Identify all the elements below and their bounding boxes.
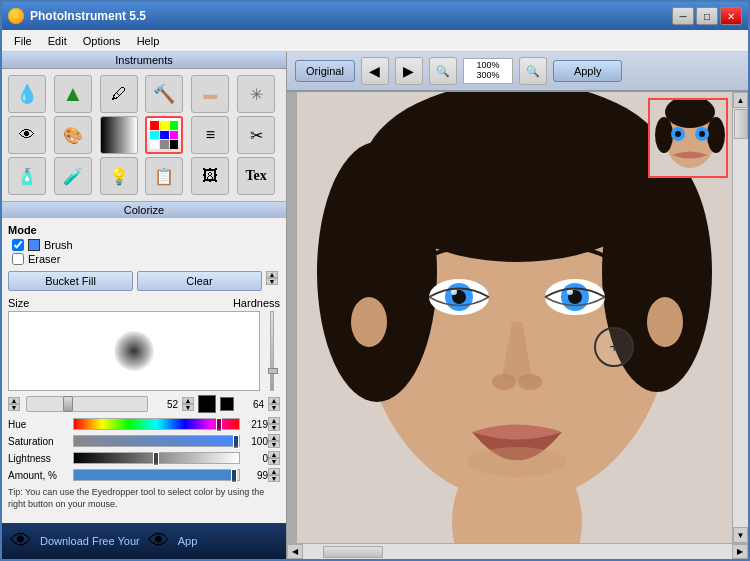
hard-spin-down[interactable]: ▼ (268, 404, 280, 411)
scroll-right-arrow[interactable]: ▶ (732, 544, 748, 559)
size-down-btn[interactable]: ▼ (8, 404, 20, 411)
menu-file[interactable]: File (6, 33, 40, 49)
clear-button[interactable]: Clear (137, 271, 262, 291)
zoom-value: 100%300% (476, 61, 499, 81)
color-swatch-small[interactable] (220, 397, 234, 411)
saturation-value: 100 (242, 436, 268, 447)
hardness-thumb (268, 368, 278, 374)
apply-button[interactable]: Apply (553, 60, 623, 82)
photo-tool[interactable]: 🖼 (191, 157, 229, 195)
hue-row: Hue 219 ▲ ▼ (8, 417, 280, 431)
mode-section: Mode Brush Eraser (8, 224, 280, 265)
hardness-slider[interactable] (270, 311, 274, 391)
eraser-option: Eraser (12, 253, 280, 265)
pencil-tool[interactable]: 🖊 (100, 75, 138, 113)
color-wheel-tool[interactable]: 🎨 (54, 116, 92, 154)
menu-help[interactable]: Help (129, 33, 168, 49)
back-button[interactable]: ◀ (361, 57, 389, 85)
amount-up[interactable]: ▲ (268, 468, 280, 475)
menu-options[interactable]: Options (75, 33, 129, 49)
right-panel: Original ◀ ▶ 🔍 100%300% 🔍 Apply (287, 52, 748, 559)
gradient-tool[interactable] (100, 116, 138, 154)
banner-eye-left: 👁 (10, 528, 32, 554)
zoom-out-button[interactable]: 🔍 (429, 57, 457, 85)
hard-spin-up[interactable]: ▲ (268, 397, 280, 404)
svg-point-28 (699, 131, 705, 137)
sat-up[interactable]: ▲ (268, 434, 280, 441)
text-tool[interactable]: Tex (237, 157, 275, 195)
saturation-row: Saturation 100 ▲ ▼ (8, 434, 280, 448)
light-up[interactable]: ▲ (268, 451, 280, 458)
band-tool[interactable]: ▬ (191, 75, 229, 113)
hue-slider[interactable] (73, 418, 240, 430)
svg-point-23 (655, 117, 673, 153)
lines-tool[interactable]: ≡ (191, 116, 229, 154)
cone-tool[interactable]: ▲ (54, 75, 92, 113)
size-spin-up[interactable]: ▲ (182, 397, 194, 404)
scroll-down-arrow[interactable]: ▼ (733, 527, 748, 543)
patch-tool[interactable]: 📋 (145, 157, 183, 195)
title-bar-left: PhotoInstrument 5.5 (8, 8, 146, 24)
amount-thumb (231, 469, 237, 483)
original-button[interactable]: Original (295, 60, 355, 82)
star-tool[interactable]: ✳ (237, 75, 275, 113)
sat-down[interactable]: ▼ (268, 441, 280, 448)
hue-up[interactable]: ▲ (268, 417, 280, 424)
brush-label: Brush (44, 239, 73, 251)
hardness-value: 64 (238, 399, 264, 410)
lightness-value: 0 (242, 453, 268, 464)
canvas-area[interactable]: + (287, 92, 732, 543)
minimize-button[interactable]: ─ (672, 7, 694, 25)
maximize-button[interactable]: □ (696, 7, 718, 25)
hue-down[interactable]: ▼ (268, 424, 280, 431)
amount-value: 99 (242, 470, 268, 481)
scroll-thumb-vertical[interactable] (734, 109, 748, 139)
close-button[interactable]: ✕ (720, 7, 742, 25)
scroll-up-arrow[interactable]: ▲ (733, 92, 748, 108)
amount-label: Amount, % (8, 470, 73, 481)
stamp-tool[interactable]: 🔨 (145, 75, 183, 113)
color-grid-tool[interactable] (145, 116, 183, 154)
svg-point-19 (467, 447, 567, 477)
menu-edit[interactable]: Edit (40, 33, 75, 49)
banner-eye-right: 👁 (148, 528, 170, 554)
main-content: Instruments 💧 ▲ 🖊 🔨 ▬ ✳ 👁 🎨 (2, 52, 748, 559)
svg-point-6 (397, 92, 637, 197)
light-thumb (153, 452, 159, 466)
size-up-btn[interactable]: ▲ (8, 397, 20, 404)
saturation-slider[interactable] (73, 435, 240, 447)
hue-thumb (216, 418, 222, 432)
lightness-slider[interactable] (73, 452, 240, 464)
scroll-track-vertical (733, 108, 748, 527)
brush-checkbox[interactable] (12, 239, 24, 251)
eye-tool[interactable]: 👁 (8, 116, 46, 154)
scroll-down-btn[interactable]: ▼ (266, 278, 278, 285)
light-down[interactable]: ▼ (268, 458, 280, 465)
scroll-left-arrow[interactable]: ◀ (287, 544, 303, 559)
brush-option: Brush (12, 239, 280, 251)
menu-bar: File Edit Options Help (2, 30, 748, 52)
mode-label: Mode (8, 224, 280, 236)
bucket-fill-button[interactable]: Bucket Fill (8, 271, 133, 291)
size-spin-down[interactable]: ▼ (182, 404, 194, 411)
tube-tool[interactable]: 🧴 (8, 157, 46, 195)
amount-slider[interactable] (73, 469, 240, 481)
forward-button[interactable]: ▶ (395, 57, 423, 85)
scroll-track-horizontal (303, 544, 732, 559)
zoom-select[interactable]: 100%300% (463, 58, 513, 84)
scroll-thumb-horizontal[interactable] (323, 546, 383, 558)
main-window: PhotoInstrument 5.5 ─ □ ✕ File Edit Opti… (0, 0, 750, 561)
amount-down[interactable]: ▼ (268, 475, 280, 482)
scroll-up-btn[interactable]: ▲ (266, 271, 278, 278)
scissors-tool[interactable]: ✂ (237, 116, 275, 154)
bottom-banner: 👁 Download Free Your 👁 App (2, 523, 286, 559)
drop-tool[interactable]: 💧 (8, 75, 46, 113)
tip-text: Tip: You can use the Eyedropper tool to … (8, 485, 280, 512)
bulb-tool[interactable]: 💡 (100, 157, 138, 195)
eraser-label: Eraser (28, 253, 60, 265)
zoom-fit-button[interactable]: 🔍 (519, 57, 547, 85)
size-slider[interactable] (26, 396, 148, 412)
bottle-tool[interactable]: 🧪 (54, 157, 92, 195)
color-swatch-black[interactable] (198, 395, 216, 413)
eraser-checkbox[interactable] (12, 253, 24, 265)
